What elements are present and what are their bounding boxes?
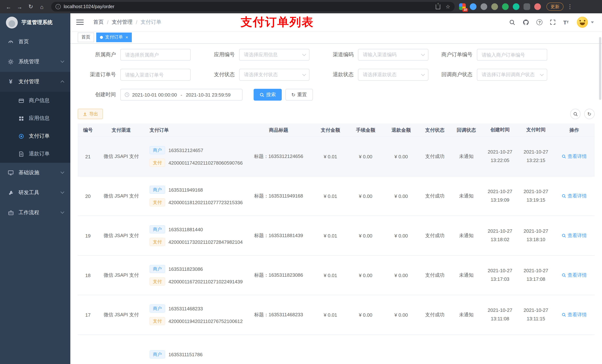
breadcrumb-home[interactable]: 首页 — [93, 19, 104, 26]
sidebar-logo[interactable]: 芋道管理系统 — [0, 13, 70, 32]
date-start: 2021-10-01 00:00:00 — [132, 92, 177, 97]
pay-time-cell: 2021-10-2713:17:08 — [518, 267, 554, 284]
extension-icon-gray[interactable] — [481, 3, 487, 10]
merchant-tag: 商户 — [150, 146, 165, 154]
pay-status-select[interactable]: 请选择支付状态 — [239, 69, 310, 81]
sidebar-item-refund-order[interactable]: 退款订单 — [0, 145, 70, 163]
action-cell: 查看详情 — [554, 272, 595, 279]
fee-amount-cell: ¥ 0.00 — [348, 272, 383, 278]
github-icon[interactable] — [523, 19, 529, 25]
create-time-cell: 2021-10-2713:11:08 — [482, 306, 518, 323]
pay-order-cell: 商户 1635311151786 — [144, 350, 244, 358]
browser-profile-avatar[interactable] — [534, 3, 541, 10]
pay-tag: 支付 — [150, 317, 165, 325]
view-detail-link[interactable]: 查看详情 — [562, 232, 587, 239]
sidebar-item-system[interactable]: 系统管理 — [0, 52, 70, 72]
reload-icon[interactable]: ↻ — [26, 2, 35, 11]
view-detail-link[interactable]: 查看详情 — [562, 193, 587, 199]
merchant-input[interactable] — [120, 49, 191, 61]
app-select[interactable]: 请选择应用信息 — [239, 49, 310, 61]
extension-icon-olive[interactable] — [491, 3, 498, 10]
sidebar-toggle-icon[interactable] — [76, 20, 84, 25]
extension-icon-green[interactable] — [502, 3, 509, 10]
sidebar-item-infra[interactable]: 基础设施 — [0, 163, 70, 183]
sidebar-item-workflow[interactable]: 工作流程 — [0, 203, 70, 223]
pay-time-cell: 2021-10-2713:11:15 — [518, 306, 554, 323]
pay-status-cell: 支付成功 — [419, 312, 451, 318]
clock-icon — [124, 92, 129, 97]
pay-order-cell: 商户 1635311468233 支付 42000011942021102767… — [144, 304, 244, 325]
export-button[interactable]: 导出 — [78, 109, 103, 119]
magnifier-icon — [562, 233, 566, 238]
pay-order-cell: 商户 1635311881440 支付 42000011732021102728… — [144, 225, 244, 246]
sidebar-item-label: 退款订单 — [29, 151, 50, 157]
fee-amount-cell: ¥ 0.00 — [348, 233, 383, 239]
sidebar-item-payment[interactable]: ¥ 支付管理 — [0, 72, 70, 92]
bookmark-star-icon[interactable]: ☆ — [446, 4, 450, 10]
home-icon[interactable]: ⌂ — [37, 2, 47, 11]
breadcrumb-pay[interactable]: 支付管理 — [112, 19, 133, 26]
search-button[interactable]: 搜索 — [254, 89, 282, 101]
channel-code-select[interactable]: 请输入渠道编码 — [358, 49, 428, 61]
sidebar-item-pay-order[interactable]: 支付订单 — [0, 127, 70, 145]
notify-status-select[interactable]: 请选择订单回调商户状态 — [477, 69, 547, 81]
reset-button[interactable]: ↻ 重置 — [285, 89, 313, 101]
search-icon[interactable] — [509, 19, 516, 25]
create-time-cell: 2021-10-2713:19:09 — [482, 188, 518, 205]
breadcrumb: 首页 / 支付管理 / 支付订单 — [93, 19, 161, 26]
create-time-range-picker[interactable]: 2021-10-01 00:00:00 - 2021-10-31 23:59:5… — [120, 89, 243, 101]
filter-label: 支付状态 — [197, 71, 239, 78]
pay-channel-cell: 微信 JSAPI 支付 — [98, 232, 144, 239]
scrollbar-thumb[interactable] — [599, 37, 601, 100]
forward-icon[interactable]: → — [15, 2, 24, 11]
back-icon[interactable]: ← — [4, 2, 13, 11]
address-bar[interactable]: i localhost:1024/pay/order ☆ — [51, 2, 455, 11]
tab-home[interactable]: 首页 — [78, 32, 94, 42]
view-detail-link[interactable]: 查看详情 — [562, 272, 587, 279]
refund-status-select[interactable]: 请选择退款状态 — [358, 69, 428, 81]
extension-icon-teal[interactable] — [513, 3, 519, 10]
view-detail-link[interactable]: 查看详情 — [562, 312, 587, 318]
pay-transaction-number: 4200001194202110276752100612 — [168, 318, 243, 324]
extension-badge: 10 — [462, 8, 468, 12]
user-avatar[interactable] — [577, 17, 588, 28]
filter-label: 创建时间 — [78, 91, 120, 98]
pay-channel-cell: 微信 JSAPI 支付 — [98, 272, 144, 279]
tab-close-icon[interactable]: × — [126, 35, 128, 39]
extension-icon-drop[interactable] — [470, 3, 476, 10]
sidebar-item-devtools[interactable]: 研发工具 — [0, 183, 70, 203]
extension-icon-dark[interactable] — [524, 3, 530, 10]
chevron-up-icon — [61, 81, 64, 84]
tab-pay-order[interactable]: 支付订单 × — [96, 32, 132, 42]
refresh-table-button[interactable]: ↻ — [584, 109, 595, 119]
target-icon — [18, 133, 24, 139]
pay-time-cell: 2021-10-2713:18:10 — [518, 227, 554, 244]
font-size-icon[interactable]: TT — [563, 20, 569, 25]
merchant-order-no-input[interactable] — [477, 49, 547, 61]
pay-channel-cell: 微信 JSAPI 支付 — [98, 312, 144, 318]
sidebar-item-merchant-info[interactable]: 商户信息 — [0, 92, 70, 110]
pay-status-cell: 支付成功 — [419, 153, 451, 160]
fullscreen-icon[interactable] — [550, 19, 556, 25]
extension-icon-palette[interactable]: 10 — [459, 3, 466, 10]
breadcrumb-current: 支付订单 — [141, 19, 161, 26]
avatar-caret-icon[interactable] — [591, 21, 594, 23]
share-icon[interactable] — [436, 4, 441, 9]
table-header: 编号 支付渠道 支付订单 商品标题 支付金额 手续金额 退款金额 支付状态 回调… — [78, 124, 595, 137]
help-icon[interactable]: ? — [537, 19, 543, 25]
sidebar-item-label: 支付订单 — [29, 133, 50, 139]
card-icon — [18, 98, 24, 104]
toggle-search-button[interactable] — [570, 109, 580, 119]
sidebar-item-home[interactable]: 首页 — [0, 32, 70, 52]
order-id-cell: 17 — [78, 312, 98, 318]
channel-order-no-input[interactable] — [120, 69, 191, 81]
pay-time-cell: 2021-10-2713:19:15 — [518, 188, 554, 205]
pay-tag: 支付 — [150, 238, 165, 246]
merchant-order-number: 1635311949168 — [168, 187, 203, 193]
dashboard-icon — [7, 39, 14, 45]
site-info-icon[interactable]: i — [55, 4, 61, 9]
chrome-update-button[interactable]: 更新 — [547, 3, 563, 11]
sidebar-item-app-info[interactable]: 应用信息 — [0, 110, 70, 127]
view-detail-link[interactable]: 查看详情 — [562, 153, 587, 160]
browser-menu-icon[interactable]: ⋮ — [567, 3, 573, 10]
